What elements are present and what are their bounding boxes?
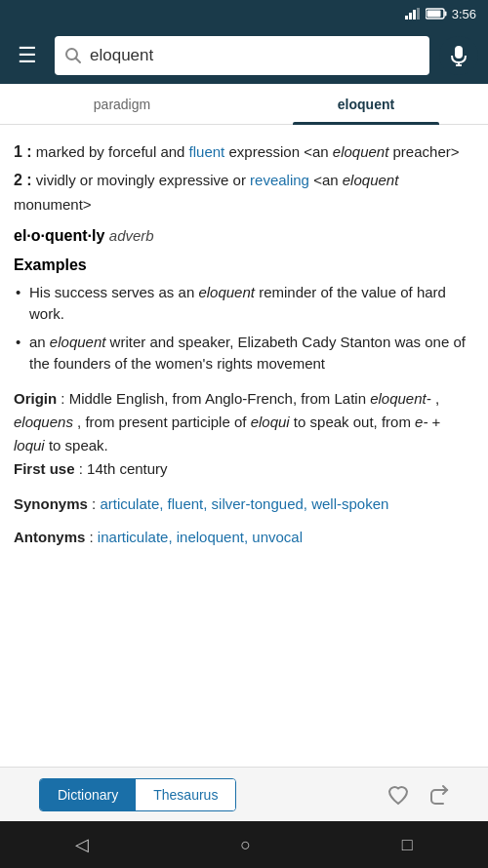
origin-text-2: , [435,390,439,407]
origin-block: Origin : Middle English, from Anglo-Fren… [14,387,474,481]
origin-italic-4: e- [415,414,427,430]
def-2-text-1: vividly or movingly expressive or [36,172,250,188]
synonyms-label: Synonyms [14,495,88,512]
home-button[interactable]: ○ [221,827,270,863]
synonyms-links[interactable]: articulate, fluent, silver-tongued, well… [100,495,388,512]
mic-button[interactable] [439,36,478,75]
status-time: 3:56 [452,7,476,21]
bottom-action-icons [386,783,449,807]
tabs-bar: paradigm eloquent [0,84,488,125]
search-icon [64,47,82,64]
def-1-number: 1 : [14,143,32,160]
svg-rect-6 [427,11,440,18]
origin-text-6: to speak. [49,437,108,454]
def-1-italic: eloquent [333,143,389,160]
mic-icon [450,45,468,66]
def-1-text-3: preacher> [393,143,460,160]
def-1-link-fluent[interactable]: fluent [189,143,225,160]
tab-eloquent[interactable]: eloquent [244,84,488,125]
synonyms-block: Synonyms : articulate, fluent, silver-to… [14,493,474,516]
definition-1: 1 : marked by forceful and fluent expres… [14,140,474,216]
example-2: an eloquent writer and speaker, Elizabet… [14,332,474,375]
adverb-pos: adverb [109,227,154,244]
content-area: 1 : marked by forceful and fluent expres… [0,125,488,767]
examples-section: Examples His success serves as an eloque… [14,256,474,375]
def-2-link-revealing[interactable]: revealing [250,172,309,188]
origin-text-3: , from present participle of [77,414,251,430]
svg-rect-5 [444,12,446,17]
heart-icon [386,783,410,807]
origin-label: Origin [14,390,57,407]
first-use-label: First use [14,460,75,477]
examples-list: His success serves as an eloquent remind… [14,282,474,375]
svg-rect-0 [405,16,408,20]
def-1-text-1: marked by forceful and [36,143,189,160]
bottom-tabs: Dictionary Thesaurus [0,767,488,821]
dictionary-toggle-btn[interactable]: Dictionary [40,779,136,810]
origin-text-4: to speak out, from [294,414,415,430]
recent-button[interactable]: □ [383,827,432,863]
share-button[interactable] [427,783,449,807]
status-bar: 3:56 [0,0,488,27]
search-input[interactable] [90,46,420,65]
antonyms-block: Antonyms : inarticulate, ineloquent, unv… [14,526,474,549]
antonyms-colon: : [90,529,98,545]
antonyms-label: Antonyms [14,529,85,545]
adverb-word: el·o·quent·ly [14,227,104,244]
examples-heading: Examples [14,256,474,274]
first-use-text: : 14th century [79,460,168,477]
def-1-text-2: expression <an [228,143,332,160]
nav-bar: ◁ ○ □ [0,821,488,868]
svg-line-8 [76,59,81,63]
def-2-number: 2 : [14,172,32,188]
share-icon [427,783,449,807]
svg-rect-2 [413,10,416,20]
origin-italic-3: eloqui [251,414,290,430]
back-button[interactable]: ◁ [56,826,108,863]
hamburger-button[interactable]: ☰ [10,39,45,72]
def-2-text-3: monument> [14,196,92,213]
top-bar: ☰ [0,27,488,84]
dict-thesaurus-toggle: Dictionary Thesaurus [39,778,236,811]
origin-text-1: : Middle English, from Anglo-French, fro… [61,390,370,407]
thesaurus-toggle-btn[interactable]: Thesaurus [136,779,235,810]
adverb-block: el·o·quent·ly adverb [14,227,474,245]
origin-italic-1: eloquent- [370,390,431,407]
svg-rect-3 [417,8,420,20]
antonyms-links[interactable]: inarticulate, ineloquent, unvocal [98,529,303,545]
favorite-button[interactable] [386,783,410,807]
example-1: His success serves as an eloquent remind… [14,282,474,326]
svg-rect-1 [409,13,412,20]
signal-icon [405,8,421,20]
def-2-italic: eloquent [343,172,399,188]
status-icons: 3:56 [405,7,476,21]
tab-paradigm[interactable]: paradigm [0,84,244,125]
origin-text-5: + [432,414,441,430]
search-box[interactable] [55,36,429,75]
svg-rect-9 [455,46,463,59]
battery-icon [426,8,447,20]
def-2-text-2: <an [313,172,343,188]
origin-italic-2: eloquens [14,414,73,430]
origin-italic-5: loqui [14,437,45,454]
